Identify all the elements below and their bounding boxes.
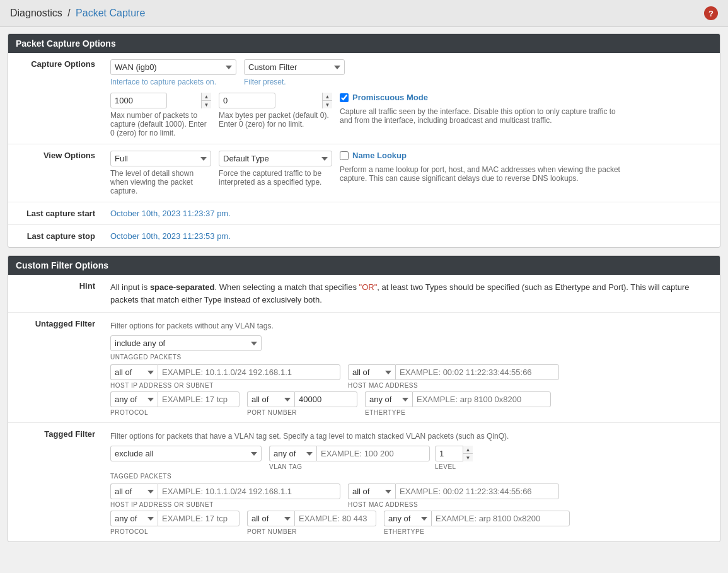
promiscuous-checkbox-row: Promiscuous Mode [340, 93, 623, 102]
interface-help: Interface to capture packets on. [110, 78, 236, 86]
promiscuous-checkbox[interactable] [340, 93, 349, 102]
tagged-port-field: all of any of PORT NUMBER [247, 511, 376, 535]
help-icon[interactable]: ? [704, 6, 718, 20]
last-capture-stop-row: Last capture stop October 10th, 2023 11:… [8, 225, 720, 248]
tagged-host-ip-select[interactable]: all of any of [110, 483, 158, 499]
detail-select[interactable]: Full [110, 151, 211, 166]
max-packets-input[interactable]: 1000 [110, 93, 167, 108]
view-options-inline: Full The level of detail shown when view… [110, 151, 712, 195]
vlan-tag-pair: any of all of [269, 446, 430, 461]
untagged-host-ip-label: HOST IP ADDRESS OR SUBNET [110, 382, 340, 389]
promiscuous-label: Promiscuous Mode [352, 93, 428, 102]
untagged-port-field: all of any of PORT NUMBER [247, 391, 357, 416]
untagged-protocol-input[interactable] [158, 391, 240, 407]
name-lookup-checkbox-row: Name Lookup [340, 151, 623, 160]
tagged-row1: all of any of HOST IP ADDRESS OR SUBNET … [110, 483, 712, 508]
last-capture-start-value: October 10th, 2023 11:23:37 pm. [103, 202, 720, 225]
untagged-port-input[interactable] [294, 391, 357, 407]
tagged-ethertype-input[interactable] [431, 511, 570, 526]
untagged-row1: all of any of HOST IP ADDRESS OR SUBNET … [110, 364, 712, 389]
main-content: Packet Capture Options Capture Options W… [0, 27, 728, 556]
hint-bold: space-separated [150, 282, 215, 292]
tagged-filter-content: Filter options for packets that have a V… [103, 423, 720, 542]
hint-row: Hint All input is space-separated. When … [8, 275, 720, 313]
packet-capture-options-card: Packet Capture Options Capture Options W… [8, 33, 720, 248]
tagged-host-ip-pair: all of any of [110, 483, 340, 499]
untagged-ethertype-field: any of all of ETHERTYPE [365, 391, 551, 416]
tagged-ethertype-select[interactable]: any of all of [384, 511, 431, 526]
vlan-tag-input[interactable] [316, 446, 430, 461]
untagged-filter-label: Untagged Filter [8, 313, 103, 423]
max-packets-up[interactable]: ▲ [202, 93, 211, 101]
interface-select[interactable]: WAN (igb0) [110, 59, 236, 75]
max-bytes-input[interactable]: 0 [219, 93, 275, 108]
untagged-host-mac-select[interactable]: all of any of [348, 364, 395, 380]
tagged-host-mac-field: all of any of HOST MAC ADDRESS [348, 483, 559, 508]
vlan-tag-select[interactable]: any of all of [269, 446, 316, 461]
last-capture-stop-text: October 10th, 2023 11:23:53 pm. [110, 231, 231, 241]
max-bytes-down[interactable]: ▼ [323, 101, 332, 108]
untagged-main-select[interactable]: include any of include all of exclude an… [110, 335, 262, 351]
detail-field: Full The level of detail shown when view… [110, 151, 211, 195]
capture-options-table: Capture Options WAN (igb0) Interface to … [8, 53, 720, 247]
untagged-port-select[interactable]: all of any of [247, 391, 294, 407]
tagged-ethertype-pair: any of all of [384, 511, 570, 526]
tagged-port-select[interactable]: all of any of [247, 511, 294, 526]
untagged-port-label: PORT NUMBER [247, 409, 357, 416]
tagged-main-select[interactable]: exclude all include any of include all o… [110, 446, 262, 461]
max-packets-spinners: ▲ ▼ [201, 93, 211, 108]
view-options-label: View Options [8, 144, 103, 202]
tagged-host-mac-select[interactable]: all of any of [348, 483, 395, 499]
tagged-protocol-pair: any of all of [110, 511, 240, 526]
capture-options-row: Capture Options WAN (igb0) Interface to … [8, 53, 720, 144]
capture-options-content: WAN (igb0) Interface to capture packets … [103, 53, 720, 144]
last-capture-start-label: Last capture start [8, 202, 103, 225]
hint-label: Hint [8, 275, 103, 313]
hint-text: All input is space-separated. When selec… [110, 281, 712, 306]
untagged-ethertype-input[interactable] [412, 391, 551, 407]
untagged-host-ip-select[interactable]: all of any of [110, 364, 158, 380]
untagged-ethertype-label: ETHERTYPE [365, 409, 551, 416]
tagged-host-ip-input[interactable] [158, 483, 340, 499]
name-lookup-field: Name Lookup Perform a name lookup for po… [340, 151, 623, 183]
max-bytes-up[interactable]: ▲ [323, 93, 332, 101]
last-capture-start-row: Last capture start October 10th, 2023 11… [8, 202, 720, 225]
untagged-packets-label: UNTAGGED PACKETS [110, 354, 712, 361]
untagged-port-pair: all of any of [247, 391, 357, 407]
tagged-ethertype-field: any of all of ETHERTYPE [384, 511, 570, 535]
filter-preset-field: Custom Filter Filter preset. [244, 59, 345, 86]
tagged-row2: any of all of PROTOCOL all of [110, 511, 712, 535]
untagged-host-ip-field: all of any of HOST IP ADDRESS OR SUBNET [110, 364, 340, 389]
tagged-port-input[interactable] [294, 511, 376, 526]
untagged-main-select-wrap: include any of include all of exclude an… [110, 335, 712, 351]
type-field: Default Type Force the captured traffic … [219, 151, 332, 187]
tagged-protocol-label: PROTOCOL [110, 528, 240, 535]
untagged-host-mac-label: HOST MAC ADDRESS [348, 382, 559, 389]
filter-preset-select[interactable]: Custom Filter [244, 59, 345, 75]
capture-options-label: Capture Options [8, 53, 103, 144]
tagged-filter-desc: Filter options for packets that have a V… [110, 432, 712, 441]
untagged-filter-row: Untagged Filter Filter options for packe… [8, 313, 720, 423]
tagged-protocol-input[interactable] [158, 511, 240, 526]
tagged-main-row: exclude all include any of include all o… [110, 446, 712, 470]
tagged-host-mac-input[interactable] [395, 483, 559, 499]
max-packets-down[interactable]: ▼ [202, 101, 211, 108]
untagged-host-ip-input[interactable] [158, 364, 340, 380]
type-select[interactable]: Default Type [219, 151, 332, 166]
untagged-filter-desc: Filter options for packets without any V… [110, 321, 712, 330]
level-up[interactable]: ▲ [463, 446, 473, 454]
untagged-host-mac-input[interactable] [395, 364, 559, 380]
untagged-protocol-select[interactable]: any of all of [110, 391, 158, 407]
name-lookup-checkbox[interactable] [340, 151, 349, 160]
breadcrumb-parent: Diagnostics [10, 8, 62, 18]
untagged-ethertype-select[interactable]: any of all of [365, 391, 412, 407]
tagged-port-pair: all of any of [247, 511, 376, 526]
hint-text-before: All input is [110, 282, 150, 292]
tagged-filter-row: Tagged Filter Filter options for packets… [8, 423, 720, 542]
promiscuous-field: Promiscuous Mode Capture all traffic see… [340, 93, 623, 125]
level-down[interactable]: ▼ [463, 454, 473, 461]
max-packets-wrap: 1000 ▲ ▼ [110, 93, 211, 108]
tagged-protocol-select[interactable]: any of all of [110, 511, 158, 526]
custom-filter-options-card: Custom Filter Options Hint All input is … [8, 255, 720, 542]
tagged-host-ip-field: all of any of HOST IP ADDRESS OR SUBNET [110, 483, 340, 508]
